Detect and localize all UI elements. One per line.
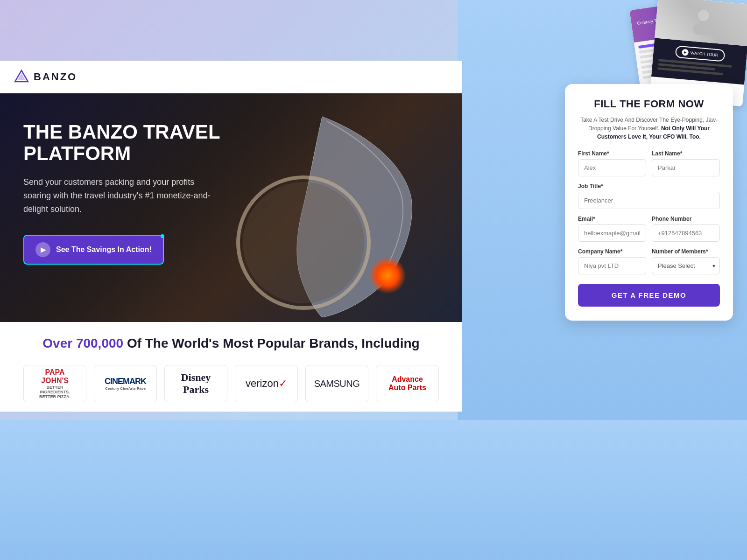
company-group: Company Name* [578, 248, 646, 274]
form-title: FILL THE FORM NOW [578, 98, 720, 110]
members-group: Number of Members* Please Select 1-10 11… [652, 248, 720, 274]
sunset-glow [369, 257, 406, 294]
email-label: Email* [578, 216, 646, 222]
watch-tour-label: WATCH TOUR [690, 50, 718, 57]
watch-tour-button[interactable]: ▶ WATCH TOUR [675, 45, 726, 62]
phone-input[interactable] [652, 224, 720, 242]
email-input[interactable] [578, 224, 646, 242]
demo-form: First Name* Last Name* Job Title* Email* [578, 150, 720, 307]
advance-text: Advance Auto Parts [388, 375, 426, 392]
contact-row: Email* Phone Number [578, 216, 720, 242]
brand-logo-samsung: SAMSUNG [305, 365, 368, 402]
hero-content: THE BANZO TRAVEL PLATFORM Send your cust… [23, 121, 257, 265]
brands-heading-regular: Of The World's Most Popular Brands, Incl… [127, 336, 420, 350]
last-name-label: Last Name* [652, 150, 720, 157]
first-name-group: First Name* [578, 150, 646, 176]
samsung-text: SAMSUNG [314, 378, 360, 389]
brand-logo-verizon: verizon✓ [235, 365, 298, 402]
floating-card-2-photo [655, 0, 747, 46]
first-name-label: First Name* [578, 150, 646, 157]
cta-button-label: See The Savings In Action! [56, 245, 152, 254]
phone-label: Phone Number [652, 216, 720, 222]
main-wrapper: BANZO THE BANZO TRAVEL PLATFORM Send you… [0, 61, 747, 560]
phone-group: Phone Number [652, 216, 720, 242]
play-icon: ▶ [682, 49, 689, 56]
cta-button[interactable]: ▶ See The Savings In Action! [23, 235, 164, 265]
brand-name: BANZO [34, 71, 77, 83]
company-label: Company Name* [578, 248, 646, 255]
brand-logo-papajohns: PAPA JOHN'S BETTER INGREDIENTS. BETTER P… [23, 365, 86, 402]
form-subtitle: Take A Test Drive And Discover The Eye-P… [578, 116, 720, 141]
brands-logos-container: PAPA JOHN'S BETTER INGREDIENTS. BETTER P… [23, 365, 439, 402]
members-select[interactable]: Please Select 1-10 11-50 51-200 201-500 … [652, 257, 720, 274]
members-label: Number of Members* [652, 248, 720, 255]
job-row: Job Title* [578, 183, 720, 209]
svg-point-0 [698, 9, 710, 21]
verizon-text: verizon✓ [246, 378, 287, 390]
brands-section: Over 700,000 Of The World's Most Popular… [0, 322, 462, 412]
job-title-group: Job Title* [578, 183, 720, 209]
job-title-input[interactable] [578, 192, 720, 209]
form-card: FILL THE FORM NOW Take A Test Drive And … [565, 84, 733, 321]
brand-logo-cinemark: CINEMARK Century CineArts Rave [94, 365, 157, 402]
members-select-wrapper: Please Select 1-10 11-50 51-200 201-500 … [652, 257, 720, 274]
papajohns-text: PAPA JOHN'S BETTER INGREDIENTS. BETTER P… [31, 368, 78, 399]
navbar: BANZO [0, 61, 462, 93]
last-name-group: Last Name* [652, 150, 720, 176]
company-input[interactable] [578, 257, 646, 274]
logo-icon [14, 70, 29, 84]
hero-title: THE BANZO TRAVEL PLATFORM [23, 121, 257, 164]
cinemark-text: CINEMARK Century CineArts Rave [105, 377, 146, 391]
name-row: First Name* Last Name* [578, 150, 720, 176]
first-name-input[interactable] [578, 159, 646, 176]
hero-section: THE BANZO TRAVEL PLATFORM Send your cust… [0, 93, 462, 322]
play-button-icon: ▶ [35, 242, 50, 257]
brands-heading-accent: Over 700,000 [42, 336, 123, 350]
logo-container: BANZO [14, 70, 77, 84]
hero-subtitle: Send your customers packing and your pro… [23, 175, 219, 216]
svg-point-1 [692, 22, 712, 36]
submit-button[interactable]: GET A FREE DEMO [578, 284, 720, 307]
svg-point-5 [243, 182, 364, 303]
brands-heading: Over 700,000 Of The World's Most Popular… [23, 336, 439, 351]
company-row: Company Name* Number of Members* Please … [578, 248, 720, 274]
last-name-input[interactable] [652, 159, 720, 176]
disney-text: Disney Parks [172, 371, 219, 396]
email-group: Email* [578, 216, 646, 242]
brand-logo-disney: Disney Parks [164, 365, 227, 402]
brand-logo-advance: Advance Auto Parts [376, 365, 439, 402]
floating-card-2-image [655, 0, 747, 46]
job-title-label: Job Title* [578, 183, 720, 189]
person-silhouette-icon [688, 6, 718, 36]
